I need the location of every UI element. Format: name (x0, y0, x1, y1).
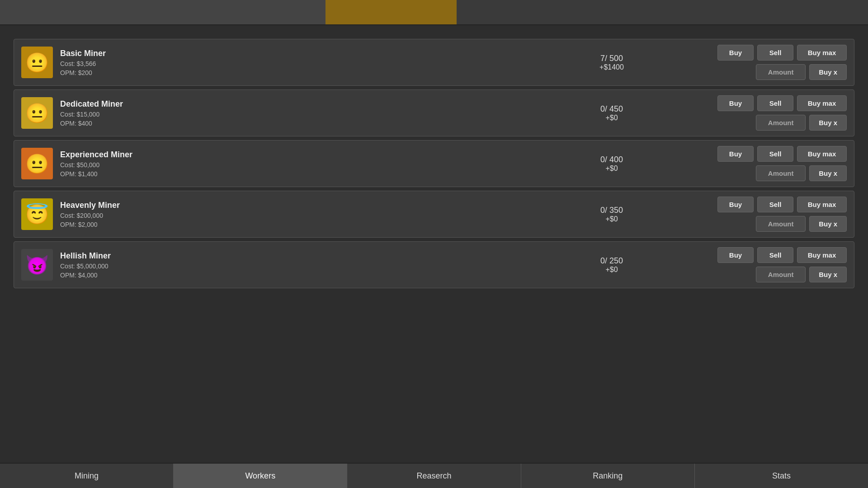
main-content: 😐 Basic Miner Cost: $3,566 OPM: $200 7/ … (0, 25, 868, 463)
miner-count-experienced: 0/ 400 (566, 155, 657, 164)
miner-action-row-bot-heavenly: Amount Buy x (756, 216, 847, 232)
miner-count-basic: 7/ 500 (566, 54, 657, 63)
miner-row-basic: 😐 Basic Miner Cost: $3,566 OPM: $200 7/ … (14, 39, 854, 86)
miner-cost-hellish: Cost: $5,000,000 (60, 263, 548, 270)
miner-action-row-top-experienced: Buy Sell Buy max (717, 146, 847, 162)
miner-actions-heavenly: Buy Sell Buy max Amount Buy x (675, 197, 847, 232)
sell-button-dedicated[interactable]: Sell (757, 95, 793, 111)
sell-button-heavenly[interactable]: Sell (757, 197, 793, 212)
chest-section (326, 0, 457, 24)
buymax-button-heavenly[interactable]: Buy max (797, 197, 847, 212)
nav-item-research[interactable]: Reaserch (347, 464, 521, 488)
buymax-button-dedicated[interactable]: Buy max (797, 95, 847, 111)
miner-count-heavenly: 0/ 350 (566, 206, 657, 215)
miner-stats-experienced: 0/ 400 +$0 (566, 155, 657, 173)
nav-item-stats[interactable]: Stats (695, 464, 868, 488)
miner-avatar-experienced: 😐 (21, 148, 53, 179)
miner-action-row-top-hellish: Buy Sell Buy max (717, 247, 847, 263)
miner-stats-hellish: 0/ 250 +$0 (566, 256, 657, 274)
buymax-button-basic[interactable]: Buy max (797, 45, 847, 61)
miner-cost-basic: Cost: $3,566 (60, 60, 548, 67)
miner-row-hellish: 😈 Hellish Miner Cost: $5,000,000 OPM: $4… (14, 241, 854, 288)
miner-info-hellish: Hellish Miner Cost: $5,000,000 OPM: $4,0… (60, 251, 548, 279)
buyx-button-heavenly[interactable]: Buy x (809, 216, 847, 232)
bottom-nav: MiningWorkersReaserchRankingStats (0, 463, 868, 488)
miner-info-heavenly: Heavenly Miner Cost: $200,000 OPM: $2,00… (60, 201, 548, 228)
miner-info-experienced: Experienced Miner Cost: $50,000 OPM: $1,… (60, 150, 548, 178)
miner-bonus-basic: +$1400 (566, 63, 657, 71)
buy-button-dedicated[interactable]: Buy (717, 95, 754, 111)
miner-stats-heavenly: 0/ 350 +$0 (566, 206, 657, 223)
miner-action-row-top-basic: Buy Sell Buy max (717, 45, 847, 61)
miner-action-row-bot-basic: Amount Buy x (756, 64, 847, 80)
amount-button-hellish[interactable]: Amount (756, 267, 806, 282)
miner-action-row-bot-experienced: Amount Buy x (756, 165, 847, 181)
amount-button-dedicated[interactable]: Amount (756, 115, 806, 131)
miner-actions-experienced: Buy Sell Buy max Amount Buy x (675, 146, 847, 181)
miner-info-basic: Basic Miner Cost: $3,566 OPM: $200 (60, 49, 548, 76)
miner-name-hellish: Hellish Miner (60, 251, 548, 261)
buyx-button-basic[interactable]: Buy x (809, 64, 847, 80)
buy-button-basic[interactable]: Buy (717, 45, 754, 61)
buymax-button-experienced[interactable]: Buy max (797, 146, 847, 162)
miner-name-heavenly: Heavenly Miner (60, 201, 548, 210)
miner-row-experienced: 😐 Experienced Miner Cost: $50,000 OPM: $… (14, 140, 854, 187)
miner-stats-dedicated: 0/ 450 +$0 (566, 104, 657, 122)
miner-cost-dedicated: Cost: $15,000 (60, 111, 548, 118)
miner-info-dedicated: Dedicated Miner Cost: $15,000 OPM: $400 (60, 99, 548, 127)
buy-button-experienced[interactable]: Buy (717, 146, 754, 162)
miner-opm-basic: OPM: $200 (60, 69, 548, 76)
miner-avatar-hellish: 😈 (21, 249, 53, 281)
miner-avatar-dedicated: 😐 (21, 97, 53, 129)
sell-button-hellish[interactable]: Sell (757, 247, 793, 263)
miner-row-heavenly: 😇 Heavenly Miner Cost: $200,000 OPM: $2,… (14, 191, 854, 238)
miner-count-hellish: 0/ 250 (566, 256, 657, 266)
miner-opm-hellish: OPM: $4,000 (60, 272, 548, 279)
miner-name-basic: Basic Miner (60, 49, 548, 58)
miner-actions-hellish: Buy Sell Buy max Amount Buy x (675, 247, 847, 282)
nav-item-workers[interactable]: Workers (174, 464, 347, 488)
miner-action-row-top-heavenly: Buy Sell Buy max (717, 197, 847, 212)
sell-button-basic[interactable]: Sell (757, 45, 793, 61)
miner-bonus-dedicated: +$0 (566, 114, 657, 122)
nav-item-mining[interactable]: Mining (0, 464, 174, 488)
amount-button-experienced[interactable]: Amount (756, 165, 806, 181)
buyx-button-experienced[interactable]: Buy x (809, 165, 847, 181)
buyx-button-dedicated[interactable]: Buy x (809, 115, 847, 131)
gold-section (0, 0, 326, 24)
miner-opm-heavenly: OPM: $2,000 (60, 221, 548, 228)
miner-name-experienced: Experienced Miner (60, 150, 548, 160)
miner-opm-experienced: OPM: $1,400 (60, 170, 548, 178)
miner-action-row-bot-dedicated: Amount Buy x (756, 115, 847, 131)
miner-cost-experienced: Cost: $50,000 (60, 161, 548, 169)
buy-button-hellish[interactable]: Buy (717, 247, 754, 263)
miner-bonus-experienced: +$0 (566, 164, 657, 173)
amount-button-heavenly[interactable]: Amount (756, 216, 806, 232)
top-bar (0, 0, 868, 25)
buyx-button-hellish[interactable]: Buy x (809, 267, 847, 282)
amount-button-basic[interactable]: Amount (756, 64, 806, 80)
miner-actions-dedicated: Buy Sell Buy max Amount Buy x (675, 95, 847, 131)
miner-row-dedicated: 😐 Dedicated Miner Cost: $15,000 OPM: $40… (14, 89, 854, 136)
nav-item-ranking[interactable]: Ranking (521, 464, 695, 488)
miner-count-dedicated: 0/ 450 (566, 104, 657, 114)
buy-button-heavenly[interactable]: Buy (717, 197, 754, 212)
miner-bonus-heavenly: +$0 (566, 215, 657, 223)
miner-avatar-heavenly: 😇 (21, 198, 53, 230)
miner-actions-basic: Buy Sell Buy max Amount Buy x (675, 45, 847, 80)
buymax-button-hellish[interactable]: Buy max (797, 247, 847, 263)
miner-bonus-hellish: +$0 (566, 266, 657, 274)
miner-action-row-bot-hellish: Amount Buy x (756, 267, 847, 282)
miner-action-row-top-dedicated: Buy Sell Buy max (717, 95, 847, 111)
sell-button-experienced[interactable]: Sell (757, 146, 793, 162)
miner-stats-basic: 7/ 500 +$1400 (566, 54, 657, 71)
miner-opm-dedicated: OPM: $400 (60, 120, 548, 127)
miner-avatar-basic: 😐 (21, 47, 53, 78)
miner-cost-heavenly: Cost: $200,000 (60, 212, 548, 219)
miner-name-dedicated: Dedicated Miner (60, 99, 548, 109)
